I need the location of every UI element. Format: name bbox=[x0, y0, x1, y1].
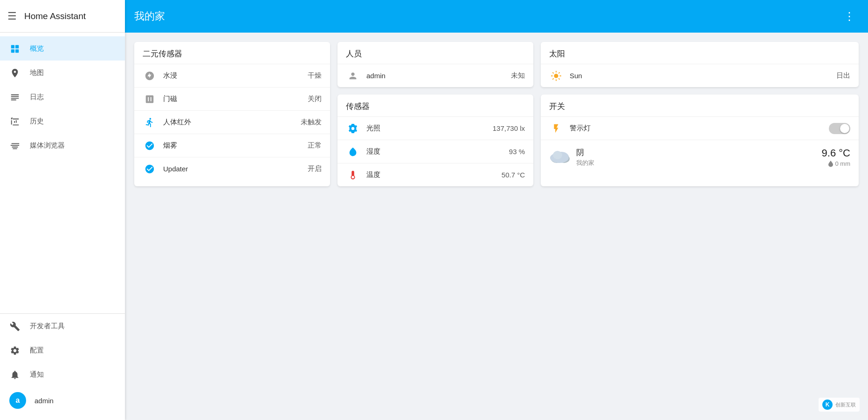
sidebar-item-label-log: 日志 bbox=[30, 93, 44, 102]
humidity-label: 湿度 bbox=[366, 147, 509, 156]
humidity-value: 93 % bbox=[509, 148, 525, 156]
alarm-label: 警示灯 bbox=[570, 124, 829, 133]
table-row: 水浸 干燥 bbox=[134, 64, 330, 87]
svg-rect-1 bbox=[15, 45, 19, 48]
watermark-icon: K bbox=[822, 400, 833, 410]
media-icon bbox=[9, 140, 21, 151]
sun-label: Sun bbox=[570, 72, 836, 80]
history-icon bbox=[9, 115, 21, 127]
sidebar-bottom: 开发者工具 配置 通知 a admin bbox=[0, 313, 125, 420]
sidebar-item-label-overview: 概览 bbox=[30, 44, 44, 53]
sidebar-item-label-map: 地图 bbox=[30, 68, 44, 77]
table-row: 湿度 93 % bbox=[338, 140, 533, 163]
person-icon bbox=[346, 70, 360, 81]
sidebar-item-devtools[interactable]: 开发者工具 bbox=[0, 314, 125, 338]
sensor-card: 传感器 光照 137,730 lx 湿度 93 % bbox=[338, 95, 533, 186]
weather-location: 我的家 bbox=[576, 159, 822, 167]
topbar-actions: ⋮ bbox=[840, 8, 859, 25]
sidebar-item-map[interactable]: 地图 bbox=[0, 61, 125, 85]
overview-icon bbox=[9, 43, 21, 54]
sidebar-item-label-config: 配置 bbox=[30, 346, 44, 355]
sun-icon bbox=[549, 70, 563, 81]
more-options-button[interactable]: ⋮ bbox=[840, 8, 859, 25]
light-icon bbox=[346, 123, 360, 133]
weather-condition: 阴 bbox=[576, 147, 822, 158]
binary-sensor-card-title: 二元传感器 bbox=[134, 42, 330, 64]
table-row: 光照 137,730 lx bbox=[338, 116, 533, 140]
weather-rain: 0 mm bbox=[822, 160, 850, 167]
notifications-icon bbox=[9, 369, 21, 380]
log-icon bbox=[9, 91, 21, 102]
updater-label: Updater bbox=[163, 165, 308, 173]
table-row: 人体红外 未触发 bbox=[134, 110, 330, 134]
menu-icon[interactable]: ☰ bbox=[7, 10, 17, 22]
user-avatar: a bbox=[9, 392, 26, 409]
updater-value: 开启 bbox=[308, 164, 322, 173]
map-icon bbox=[9, 67, 21, 78]
temperature-value: 50.7 °C bbox=[502, 171, 525, 179]
watermark: K 创新互联 bbox=[819, 398, 860, 412]
smoke-label: 烟雾 bbox=[163, 141, 308, 150]
dashboard: 二元传感器 水浸 干燥 门磁 关闭 bbox=[125, 33, 868, 420]
motion-label: 人体红外 bbox=[163, 118, 301, 127]
cloud-icon bbox=[549, 147, 570, 168]
app-title: Home Assistant bbox=[24, 11, 86, 21]
sidebar-item-label-media: 媒体浏览器 bbox=[30, 141, 65, 150]
person-card-title: 人员 bbox=[338, 42, 533, 64]
door-value: 关闭 bbox=[308, 95, 322, 103]
sidebar-item-label-notifications: 通知 bbox=[30, 370, 44, 379]
sun-value: 日出 bbox=[836, 71, 850, 80]
sidebar-user[interactable]: a admin bbox=[0, 386, 125, 414]
svg-rect-2 bbox=[11, 49, 14, 53]
temperature-label: 温度 bbox=[366, 170, 502, 179]
bolt-icon bbox=[549, 123, 563, 133]
svg-point-4 bbox=[554, 74, 558, 78]
door-label: 门磁 bbox=[163, 95, 308, 103]
switch-card: 开关 警示灯 bbox=[541, 95, 859, 186]
person-label: admin bbox=[366, 72, 511, 80]
switch-card-title: 开关 bbox=[541, 95, 859, 116]
motion-icon bbox=[143, 117, 157, 127]
sidebar-item-notifications[interactable]: 通知 bbox=[0, 362, 125, 386]
table-row: 烟雾 正常 bbox=[134, 134, 330, 157]
sidebar-header: ☰ Home Assistant bbox=[0, 0, 125, 33]
temperature-icon bbox=[346, 169, 360, 180]
table-row: 温度 50.7 °C bbox=[338, 163, 533, 186]
svg-rect-0 bbox=[11, 45, 14, 48]
updater-icon bbox=[143, 163, 157, 174]
table-row: admin 未知 bbox=[338, 64, 533, 87]
sidebar-nav: 概览 地图 日志 历史 媒体浏览器 bbox=[0, 33, 125, 313]
smoke-icon bbox=[143, 140, 157, 150]
alarm-toggle[interactable] bbox=[829, 123, 850, 134]
svg-rect-3 bbox=[15, 49, 19, 53]
table-row: Sun 日出 bbox=[541, 64, 859, 87]
weather-temp: 9.6 °C bbox=[822, 147, 850, 159]
sidebar-item-log[interactable]: 日志 bbox=[0, 85, 125, 109]
binary-sensor-card: 二元传感器 水浸 干燥 门磁 关闭 bbox=[134, 42, 330, 186]
humidity-icon bbox=[346, 146, 360, 156]
sun-card: 太阳 Sun 日出 bbox=[541, 42, 859, 87]
sidebar-item-history[interactable]: 历史 bbox=[0, 109, 125, 133]
sidebar-item-label-history: 历史 bbox=[30, 117, 44, 126]
weather-info: 阴 我的家 bbox=[576, 147, 822, 167]
sidebar-item-overview[interactable]: 概览 bbox=[0, 36, 125, 61]
door-icon bbox=[143, 94, 157, 104]
water-label: 水浸 bbox=[163, 71, 308, 80]
water-value: 干燥 bbox=[308, 71, 322, 80]
sun-card-title: 太阳 bbox=[541, 42, 859, 64]
weather-row: 阴 我的家 9.6 °C 0 mm bbox=[541, 140, 859, 174]
main-content: 我的家 ⋮ 二元传感器 水浸 干燥 bbox=[125, 0, 868, 420]
config-icon bbox=[9, 345, 21, 356]
sidebar-item-media[interactable]: 媒体浏览器 bbox=[0, 133, 125, 157]
topbar: 我的家 ⋮ bbox=[125, 0, 868, 33]
username-label: admin bbox=[34, 397, 54, 405]
cards-grid: 二元传感器 水浸 干燥 门磁 关闭 bbox=[134, 42, 859, 186]
table-row: 门磁 关闭 bbox=[134, 87, 330, 110]
topbar-title: 我的家 bbox=[134, 9, 165, 23]
sidebar-item-config[interactable]: 配置 bbox=[0, 338, 125, 362]
sensor-card-title: 传感器 bbox=[338, 95, 533, 116]
watermark-text: 创新互联 bbox=[835, 401, 856, 408]
motion-value: 未触发 bbox=[301, 118, 322, 127]
person-card: 人员 admin 未知 bbox=[338, 42, 533, 87]
person-value: 未知 bbox=[511, 71, 525, 80]
